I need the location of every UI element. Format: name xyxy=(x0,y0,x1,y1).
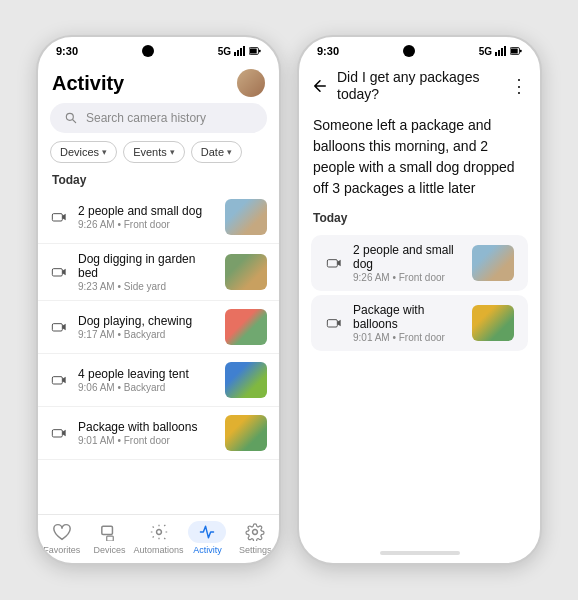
svg-rect-30 xyxy=(327,259,337,266)
nav-settings-label: Settings xyxy=(239,545,272,555)
svg-rect-2 xyxy=(240,48,242,56)
signal-icon-left xyxy=(234,46,246,56)
left-header: Activity xyxy=(38,61,279,103)
svg-rect-5 xyxy=(259,50,261,53)
svg-rect-29 xyxy=(511,48,518,53)
camera-icon xyxy=(325,254,343,272)
search-icon xyxy=(64,111,78,125)
list-item[interactable]: 4 people leaving tent 9:06 AM • Backyard xyxy=(38,354,279,407)
activity-meta: 9:17 AM • Backyard xyxy=(78,329,215,340)
activity-text: Dog digging in garden bed 9:23 AM • Side… xyxy=(78,252,215,292)
settings-icon xyxy=(244,521,266,543)
left-phone: 9:30 5G Activity xyxy=(36,35,281,565)
camera-icon xyxy=(50,208,68,226)
svg-rect-13 xyxy=(52,324,62,331)
right-header-title: Did I get any packages today? xyxy=(337,69,502,103)
activity-meta: 9:06 AM • Backyard xyxy=(78,382,215,393)
back-button[interactable] xyxy=(309,75,331,97)
activity-text: 2 people and small dog 9:26 AM • Front d… xyxy=(78,204,215,230)
filter-devices[interactable]: Devices ▾ xyxy=(50,141,117,163)
activity-icon xyxy=(188,521,226,543)
svg-rect-20 xyxy=(106,536,113,541)
list-item[interactable]: Package with balloons 9:01 AM • Front do… xyxy=(311,295,528,351)
list-item[interactable]: Package with balloons 9:01 AM • Front do… xyxy=(38,407,279,460)
camera-icon xyxy=(50,424,68,442)
svg-line-8 xyxy=(73,120,76,123)
filter-date[interactable]: Date ▾ xyxy=(191,141,242,163)
list-item[interactable]: Dog digging in garden bed 9:23 AM • Side… xyxy=(38,244,279,301)
more-options-button[interactable]: ⋮ xyxy=(508,75,530,97)
filter-devices-label: Devices xyxy=(60,146,99,158)
filter-row: Devices ▾ Events ▾ Date ▾ xyxy=(38,141,279,171)
list-item[interactable]: Dog playing, chewing 9:17 AM • Backyard xyxy=(38,301,279,354)
svg-rect-15 xyxy=(52,377,62,384)
list-item[interactable]: 2 people and small dog 9:26 AM • Front d… xyxy=(38,191,279,244)
svg-rect-6 xyxy=(250,48,257,53)
activity-title: Package with balloons xyxy=(353,303,462,331)
activity-thumbnail xyxy=(472,245,514,281)
activity-thumbnail xyxy=(225,362,267,398)
camera-notch-right xyxy=(403,45,415,57)
nav-automations[interactable]: Automations xyxy=(134,521,184,555)
camera-icon xyxy=(50,263,68,281)
svg-rect-9 xyxy=(52,214,62,221)
left-screen: Activity Search camera history Devices ▾… xyxy=(38,61,279,563)
nav-favorites[interactable]: Favorites xyxy=(38,521,86,555)
search-bar[interactable]: Search camera history xyxy=(50,103,267,133)
chevron-down-icon: ▾ xyxy=(170,147,175,157)
battery-icon-right xyxy=(510,46,522,56)
network-label-right: 5G xyxy=(479,46,492,57)
activity-thumbnail xyxy=(472,305,514,341)
svg-rect-3 xyxy=(243,46,245,56)
section-today-left: Today xyxy=(38,171,279,191)
status-time-right: 9:30 xyxy=(317,45,339,57)
activity-thumbnail xyxy=(225,254,267,290)
activity-text: Package with balloons 9:01 AM • Front do… xyxy=(353,303,462,343)
svg-rect-17 xyxy=(52,430,62,437)
activity-thumbnail xyxy=(225,309,267,345)
svg-rect-32 xyxy=(327,319,337,326)
activity-meta: 9:26 AM • Front door xyxy=(353,272,462,283)
status-icons-left: 5G xyxy=(218,46,261,57)
activity-list-left: 2 people and small dog 9:26 AM • Front d… xyxy=(38,191,279,514)
battery-icon-left xyxy=(249,46,261,56)
list-item[interactable]: 2 people and small dog 9:26 AM • Front d… xyxy=(311,235,528,291)
activity-title: Dog digging in garden bed xyxy=(78,252,215,280)
svg-rect-11 xyxy=(52,269,62,276)
status-bar-right: 9:30 5G xyxy=(299,37,540,61)
activity-title: Dog playing, chewing xyxy=(78,314,215,328)
nav-activity[interactable]: Activity xyxy=(184,521,232,555)
right-screen: Did I get any packages today? ⋮ Someone … xyxy=(299,61,540,563)
activity-title: 2 people and small dog xyxy=(78,204,215,218)
activity-meta: 9:01 AM • Front door xyxy=(78,435,215,446)
activity-thumbnail xyxy=(225,199,267,235)
network-label-left: 5G xyxy=(218,46,231,57)
svg-rect-25 xyxy=(501,48,503,56)
activity-meta: 9:26 AM • Front door xyxy=(78,219,215,230)
svg-point-21 xyxy=(156,530,161,535)
signal-icon-right xyxy=(495,46,507,56)
nav-devices[interactable]: Devices xyxy=(86,521,134,555)
svg-rect-0 xyxy=(234,52,236,56)
avatar[interactable] xyxy=(237,69,265,97)
camera-icon xyxy=(325,314,343,332)
svg-rect-23 xyxy=(495,52,497,56)
activity-text: 4 people leaving tent 9:06 AM • Backyard xyxy=(78,367,215,393)
activity-text: Package with balloons 9:01 AM • Front do… xyxy=(78,420,215,446)
nav-settings[interactable]: Settings xyxy=(231,521,279,555)
activity-thumbnail xyxy=(225,415,267,451)
activity-meta: 9:23 AM • Side yard xyxy=(78,281,215,292)
svg-rect-28 xyxy=(520,50,522,53)
search-placeholder: Search camera history xyxy=(86,111,206,125)
nav-favorites-label: Favorites xyxy=(43,545,80,555)
nav-automations-label: Automations xyxy=(134,545,184,555)
nav-devices-label: Devices xyxy=(94,545,126,555)
svg-rect-1 xyxy=(237,50,239,56)
status-icons-right: 5G xyxy=(479,46,522,57)
chevron-down-icon: ▾ xyxy=(102,147,107,157)
svg-rect-19 xyxy=(101,526,112,534)
svg-rect-24 xyxy=(498,50,500,56)
filter-events-label: Events xyxy=(133,146,167,158)
filter-events[interactable]: Events ▾ xyxy=(123,141,185,163)
right-phone: 9:30 5G Did I get any packages today? xyxy=(297,35,542,565)
